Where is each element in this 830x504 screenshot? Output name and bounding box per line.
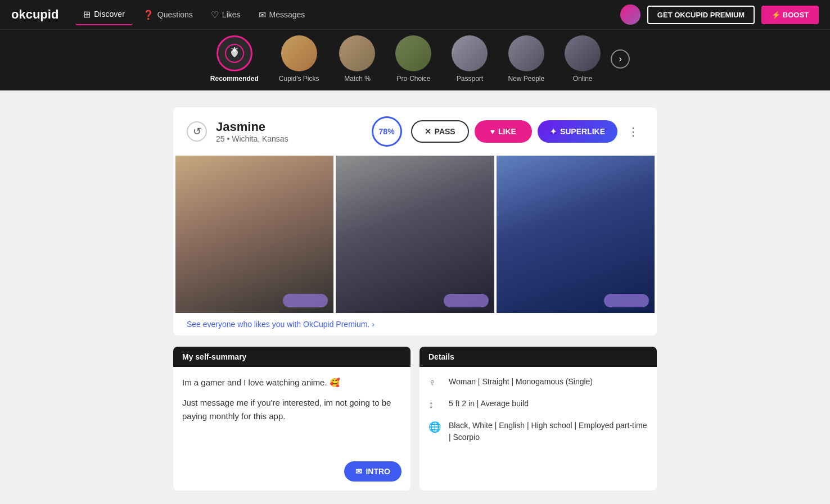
boost-button[interactable]: ⚡ BOOST xyxy=(761,6,819,24)
more-options-button[interactable]: ⋮ xyxy=(623,122,643,140)
self-summary-body: Im a gamer and I love watching anime. 🥰 … xyxy=(173,367,411,457)
like-button[interactable]: ♥ LIKE xyxy=(475,120,532,143)
profile-age-location: 25 • Wichita, Kansas xyxy=(216,134,363,143)
category-cupids-picks[interactable]: Cupid's Picks xyxy=(269,35,330,90)
self-summary-p2: Just message me if you're interested, im… xyxy=(182,396,402,423)
category-pro-choice[interactable]: Pro-Choice xyxy=(385,35,441,90)
nav-likes[interactable]: ♡ Likes xyxy=(203,5,249,25)
category-online-img xyxy=(565,35,601,71)
profile-header: ↺ Jasmine 25 • Wichita, Kansas 78% ✕ PAS… xyxy=(173,107,657,156)
detail-text-2: Black, White | English | High school | E… xyxy=(449,420,648,443)
category-match[interactable]: Match % xyxy=(329,35,385,90)
details-card: Details ♀ Woman | Straight | Monogamous … xyxy=(419,347,657,491)
categories-next-button[interactable]: › xyxy=(611,49,630,69)
photo-grid xyxy=(173,156,657,313)
messages-icon: ✉ xyxy=(259,10,266,20)
category-match-img xyxy=(339,35,375,71)
pass-button[interactable]: ✕ PASS xyxy=(411,120,469,143)
nav-questions-label: Questions xyxy=(157,10,193,19)
photo-2[interactable] xyxy=(336,156,494,313)
svg-line-4 xyxy=(232,48,233,49)
bio-row: My self-summary Im a gamer and I love wa… xyxy=(173,347,657,491)
detail-text-0: Woman | Straight | Monogamous (Single) xyxy=(449,376,593,388)
match-percentage: 78% xyxy=(372,116,402,147)
category-passport-label: Passport xyxy=(457,75,483,83)
detail-text-1: 5 ft 2 in | Average build xyxy=(449,398,529,410)
category-new-people[interactable]: New People xyxy=(498,35,554,90)
category-pro-choice-img xyxy=(395,35,431,71)
photo-2-blur-overlay xyxy=(444,294,489,307)
photo-3-blur-overlay xyxy=(604,294,649,307)
like-heart-icon: ♥ xyxy=(490,127,495,136)
header: okcupid ⊞ Discover ❓ Questions ♡ Likes ✉… xyxy=(0,0,830,29)
intro-btn-row: ✉ INTRO xyxy=(173,457,411,491)
nav-messages-label: Messages xyxy=(269,10,305,19)
photo-1-blur-overlay xyxy=(283,294,328,307)
category-recommended[interactable]: Recommended xyxy=(200,35,269,90)
category-online[interactable]: Online xyxy=(554,35,611,90)
photo-1[interactable] xyxy=(175,156,333,313)
category-pro-choice-label: Pro-Choice xyxy=(396,75,430,83)
svg-line-3 xyxy=(236,48,237,49)
header-right: GET OKCUPID PREMIUM ⚡ BOOST xyxy=(620,4,819,25)
superlike-button[interactable]: ✦ SUPERLIKE xyxy=(538,120,617,143)
detail-row-2: 🌐 Black, White | English | High school |… xyxy=(428,420,648,443)
self-summary-header: My self-summary xyxy=(173,347,411,367)
self-summary-p1: Im a gamer and I love watching anime. 🥰 xyxy=(182,376,402,389)
globe-icon: 🌐 xyxy=(428,421,442,433)
action-buttons: ✕ PASS ♥ LIKE ✦ SUPERLIKE ⋮ xyxy=(411,120,643,143)
likes-icon: ♡ xyxy=(211,10,219,20)
superlike-icon: ✦ xyxy=(550,127,557,136)
logo[interactable]: okcupid xyxy=(11,7,58,22)
category-cupids-picks-label: Cupid's Picks xyxy=(279,75,319,83)
premium-button[interactable]: GET OKCUPID PREMIUM xyxy=(647,6,755,24)
category-passport-img xyxy=(452,35,488,71)
profile-card: ↺ Jasmine 25 • Wichita, Kansas 78% ✕ PAS… xyxy=(173,107,657,335)
category-online-label: Online xyxy=(573,75,593,83)
nav-discover-label: Discover xyxy=(94,10,124,19)
undo-button[interactable]: ↺ xyxy=(187,121,207,142)
gender-icon: ♀ xyxy=(428,377,442,389)
category-new-people-img xyxy=(508,35,544,71)
details-list: ♀ Woman | Straight | Monogamous (Single)… xyxy=(419,367,657,461)
details-header: Details xyxy=(419,347,657,367)
main-content: ↺ Jasmine 25 • Wichita, Kansas 78% ✕ PAS… xyxy=(162,107,668,491)
nav-likes-label: Likes xyxy=(222,10,241,19)
category-recommended-img xyxy=(216,35,252,71)
main-nav: ⊞ Discover ❓ Questions ♡ Likes ✉ Message… xyxy=(75,4,609,25)
self-summary-card: My self-summary Im a gamer and I love wa… xyxy=(173,347,411,491)
nav-questions[interactable]: ❓ Questions xyxy=(135,5,201,25)
photo-3[interactable] xyxy=(497,156,655,313)
profile-name-section: Jasmine 25 • Wichita, Kansas xyxy=(216,120,363,143)
discover-icon: ⊞ xyxy=(83,9,91,20)
intro-button[interactable]: ✉ INTRO xyxy=(344,461,402,482)
height-icon: ↕ xyxy=(428,399,442,411)
questions-icon: ❓ xyxy=(143,10,154,20)
category-cupids-picks-img xyxy=(281,35,317,71)
category-new-people-label: New People xyxy=(508,75,544,83)
svg-point-1 xyxy=(233,48,236,52)
intro-message-icon: ✉ xyxy=(355,467,362,476)
category-recommended-label: Recommended xyxy=(210,75,259,83)
detail-row-0: ♀ Woman | Straight | Monogamous (Single) xyxy=(428,376,648,389)
detail-row-1: ↕ 5 ft 2 in | Average build xyxy=(428,398,648,411)
pass-x-icon: ✕ xyxy=(425,127,431,136)
nav-messages[interactable]: ✉ Messages xyxy=(251,5,313,25)
premium-link[interactable]: See everyone who likes you with OkCupid … xyxy=(173,313,657,335)
avatar[interactable] xyxy=(620,4,640,25)
categories-bar: Recommended Cupid's Picks Match % Pro-Ch… xyxy=(0,29,830,90)
category-passport[interactable]: Passport xyxy=(441,35,498,90)
category-match-label: Match % xyxy=(344,75,371,83)
nav-discover[interactable]: ⊞ Discover xyxy=(75,4,132,25)
profile-name: Jasmine xyxy=(216,120,363,134)
